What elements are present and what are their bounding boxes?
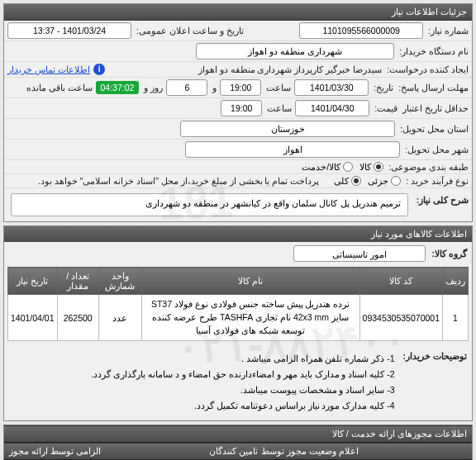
radio-goods[interactable]: [374, 162, 383, 172]
city-label: شهر محل تحویل:: [403, 145, 469, 154]
panel-title: جزئیات اطلاعات نیاز: [4, 4, 472, 21]
desc-label: شرح کلی نیاز:: [415, 190, 469, 205]
classification-radio-group: کالا کالا/خدمت: [302, 162, 383, 172]
price-date-field: 1401/04/30: [295, 100, 369, 116]
province-field: خوزستان: [180, 121, 395, 137]
cell-row: 1: [443, 295, 469, 341]
desc-box: ترمیم هندریل پل کانال سلمان واقع در کیان…: [11, 193, 408, 216]
info-icon: i: [93, 64, 105, 75]
price-time-field: 19:00: [221, 100, 262, 116]
radio-goods-label: کالا: [359, 162, 371, 172]
buyer-contact-label: اطلاعات تماس خریدار: [7, 64, 90, 75]
footer-bar-2: اعلام وضعیت مجوز توسط تامین کنندگان: [101, 446, 467, 457]
note-line: 2- کلیه اسناد و مدارک باید مهر و امضاءدا…: [92, 367, 395, 382]
deadline-till-label: تاریخ:: [372, 83, 393, 92]
need-no-field: 1101095566000009: [299, 22, 423, 39]
th-name: نام کالا: [141, 268, 359, 295]
th-qty: تعداد / مقدار: [57, 268, 98, 295]
remaining-label: ساعت باقی مانده: [25, 83, 93, 92]
price-label: قیمت:: [373, 103, 397, 113]
buyer-contact-link[interactable]: i اطلاعات تماس خریدار: [7, 64, 105, 75]
cell-qty: 262500: [57, 295, 98, 341]
goods-panel: اطلاعات کالاهای مورد نیاز گروه کالا: امو…: [3, 225, 473, 421]
footer-bar-1: اطلاعات مجوزهای ارائه خدمت / کالا: [4, 425, 472, 443]
time-label-1: ساعت: [264, 83, 291, 92]
day-label: روز و: [142, 83, 163, 92]
cell-code: 0934530535070001: [359, 295, 442, 341]
public-datetime-field: 1401/03/24 - 13:37: [7, 22, 131, 39]
buyer-notes: 1- ذکر شماره تلفن همراه الزامی میباشد . …: [83, 346, 403, 420]
note-line: 4- کلیه مدارک مورد نیاز براساس دعوتنامه …: [92, 398, 395, 414]
days-field: 6: [166, 79, 207, 96]
classification-label: طبقه بندی موضوعی:: [387, 162, 469, 172]
and-label: و: [211, 83, 217, 92]
goods-group-value: امور تاسیساتی: [293, 245, 426, 262]
radio-full[interactable]: [351, 176, 361, 186]
deadline-send-label: مهلت ارسال پاسخ:: [397, 83, 469, 92]
cell-unit: عدد: [98, 295, 141, 341]
price-valid-label: حداقل تاریخ اعتبار: [401, 103, 469, 113]
buyer-label: نام دستگاه خریدار:: [397, 46, 469, 56]
goods-header: اطلاعات کالاهای مورد نیاز: [4, 226, 472, 242]
requester-value: سیدرضا خبرگیر کارپرداز شهرداری منطقه دو …: [197, 64, 383, 74]
radio-service-label: کالا/خدمت: [302, 162, 340, 172]
province-label: استان محل تحویل:: [398, 124, 469, 134]
deadline-time-field: 19:00: [220, 79, 261, 96]
remaining-badge: 04:37:02: [96, 81, 140, 94]
table-row: 1 0934530535070001 نرده هندریل پیش ساخته…: [8, 295, 469, 341]
buyer-notes-label: توضیحات خریدار:: [403, 346, 472, 420]
public-datetime-label: تاریخ و ساعت اعلان عمومی:: [135, 26, 244, 36]
th-date: تاریخ نیاز: [8, 268, 58, 295]
goods-table: ردیف کد کالا نام کالا واحد شمارش تعداد /…: [7, 267, 469, 341]
need-no-label: شماره نیاز:: [426, 26, 469, 36]
radio-partial[interactable]: [391, 176, 401, 186]
pay-note: پرداخت تمام یا بخشی از مبلغ خرید،از محل …: [7, 176, 319, 186]
requester-label: ایجاد کننده درخواست:: [385, 64, 469, 74]
buy-process-radio-group: جزئی کلی: [334, 176, 401, 186]
footer-panel: اطلاعات مجوزهای ارائه خدمت / کالا اعلام …: [3, 424, 473, 460]
radio-service[interactable]: [343, 162, 353, 172]
th-unit: واحد شمارش: [98, 268, 141, 295]
radio-partial-label: جزئی: [368, 176, 388, 186]
time-label-2: ساعت: [265, 103, 292, 113]
buy-process-label: نوع فرآیند خرید :: [404, 176, 469, 186]
th-code: کد کالا: [359, 268, 442, 295]
th-row: ردیف: [443, 268, 469, 295]
city-field: اهواز: [185, 141, 400, 158]
goods-group-label: گروه کالا:: [431, 249, 467, 258]
cell-date: 1401/04/01: [8, 295, 58, 341]
need-info-panel: جزئیات اطلاعات نیاز شماره نیاز: 11010955…: [3, 3, 473, 222]
footer-bar-3: الزامی توسط ارائه مجوز: [9, 446, 101, 457]
deadline-date-field: 1401/03/30: [294, 79, 369, 96]
radio-full-label: کلی: [334, 176, 349, 186]
buyer-field: شهرداری منطقه دو اهواز: [196, 43, 394, 59]
cell-name: نرده هندریل پیش ساخته جنس فولادی نوع فول…: [141, 295, 359, 341]
note-line: 3- سایر اسناد و مشخصات پیوست میباشد.: [92, 382, 395, 398]
note-line: 1- ذکر شماره تلفن همراه الزامی میباشد .: [92, 351, 395, 367]
